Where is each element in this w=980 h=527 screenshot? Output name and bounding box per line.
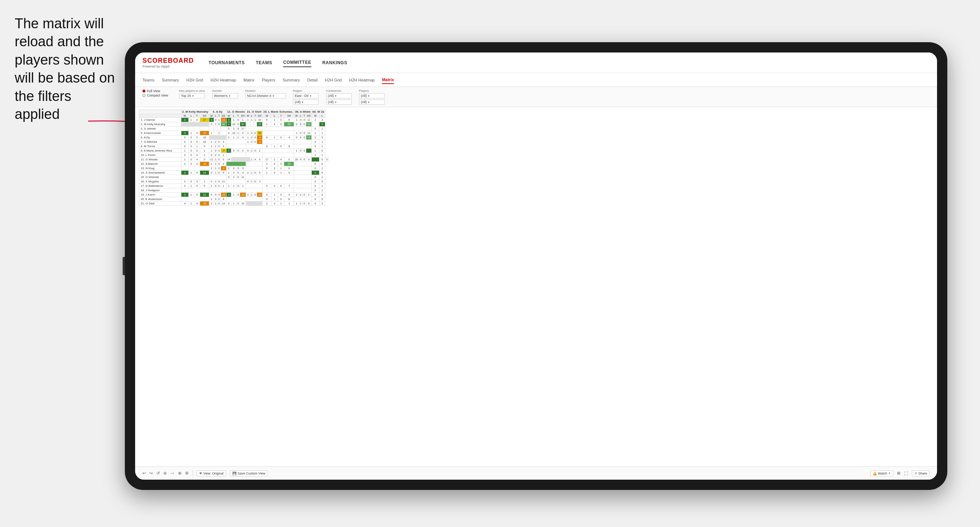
max-players-chevron: ▼ [192, 95, 194, 97]
gender-select[interactable]: Women's ▼ [212, 93, 238, 98]
table-row: 17. D Ballesteros 3105 2001 1101 0207 01 [139, 184, 329, 188]
cell: 2 [214, 153, 217, 157]
max-players-select[interactable]: Top 25 ▼ [179, 93, 205, 98]
division-chevron: ▼ [272, 95, 275, 97]
nav-rankings[interactable]: RANKINGS [322, 59, 347, 67]
cell [262, 175, 294, 179]
division-select[interactable]: NCAA Division II ▼ [245, 93, 286, 98]
cell: 50 [240, 122, 246, 127]
max-players-value: Top 25 [181, 94, 191, 98]
subnav-summary2[interactable]: Summary [283, 76, 300, 84]
cell: 0 [262, 144, 271, 149]
share-button[interactable]: ↗ Share [912, 470, 930, 476]
cell: 0 [188, 153, 194, 157]
subnav-h2h-grid2[interactable]: H2H Grid [325, 76, 342, 84]
player-name: 20. E Andersson [139, 197, 181, 202]
zoom-in-icon[interactable]: ⊕ [178, 471, 181, 476]
cell: 0 [311, 197, 319, 202]
cell: 2 [209, 184, 214, 188]
header-empty [139, 110, 181, 114]
subnav-h2h-grid[interactable]: H2H Grid [186, 76, 203, 84]
subnav-h2h-heatmap[interactable]: H2H Heatmap [210, 76, 236, 84]
save-custom-button[interactable]: 💾 Save Custom View [230, 470, 268, 476]
cell: 2 [181, 162, 189, 166]
cell: 1 [209, 149, 214, 153]
cell: 1 [231, 193, 237, 197]
cell: 1 [214, 171, 217, 175]
cell: 4 [299, 157, 302, 162]
matrix-area[interactable]: 2. M Kelly Mulcahy 6. A Dy 11. G Woods 2… [135, 107, 937, 467]
view-original-button[interactable]: 👁 View: Original [196, 470, 226, 476]
subnav-players[interactable]: Players [262, 76, 275, 84]
cell: 45 [284, 122, 294, 127]
full-view-option[interactable]: Full View [142, 89, 168, 93]
cell [246, 175, 262, 179]
region-sub-select[interactable]: (All) ▼ [293, 100, 319, 105]
subnav-summary[interactable]: Summary [162, 76, 179, 84]
settings-icon[interactable]: ⚙ [185, 471, 189, 476]
cell: 4 [209, 193, 214, 197]
cell: 1 [226, 184, 231, 188]
region-select[interactable]: East - DII ▼ [293, 93, 319, 98]
player-name: 6. A Dy [139, 135, 181, 140]
nav-teams[interactable]: TEAMS [256, 59, 272, 67]
sub-navigation: Teams Summary H2H Grid H2H Heatmap Matri… [135, 73, 937, 87]
cell: 1 [194, 144, 200, 149]
players-select[interactable]: (All) ▼ [359, 93, 385, 98]
player-name: 13. N Klug [139, 166, 181, 171]
cell: 2 [221, 140, 226, 144]
nav-committee[interactable]: COMMITTEE [283, 58, 311, 67]
cell: 0 [278, 118, 284, 122]
cell [262, 188, 294, 193]
fullscreen-icon[interactable]: ⛶ [904, 471, 908, 476]
cell: 20 [294, 157, 299, 162]
cell: 1 [319, 188, 325, 193]
header-player-3: 11. G Woods [226, 110, 246, 114]
subnav-matrix2[interactable]: Matrix [382, 76, 394, 84]
cell: 3 [194, 179, 200, 184]
cell: 1 [319, 184, 325, 188]
undo-icon[interactable]: ↩ [142, 471, 146, 476]
sh-t4: T [253, 114, 257, 118]
compact-view-option[interactable]: Compact View [142, 94, 168, 97]
cell: 0 [214, 149, 217, 153]
sh-w1: W [181, 114, 189, 118]
cell [226, 162, 246, 166]
compact-view-radio[interactable] [142, 94, 145, 97]
cell: 0 [209, 122, 214, 127]
cell [246, 144, 262, 149]
cell: 0 [311, 202, 319, 206]
table-row: 8. M Torres 0010 2102 0108 01 [139, 144, 329, 149]
cell: 0 [311, 144, 319, 149]
zoom-out-icon[interactable]: ⊖ [163, 471, 167, 476]
conference-select[interactable]: (All) ▼ [326, 93, 352, 98]
cell: 19 [200, 193, 209, 197]
cell: 0 [319, 157, 325, 162]
cell: 0 [319, 171, 325, 175]
nav-tournaments[interactable]: TOURNAMENTS [208, 59, 245, 67]
refresh-icon[interactable]: ↺ [156, 471, 160, 476]
redo-icon[interactable]: ↪ [150, 471, 153, 476]
subnav-h2h-heatmap2[interactable]: H2H Heatmap [349, 76, 375, 84]
subnav-detail[interactable]: Detail [307, 76, 318, 84]
cell: -20 [221, 193, 226, 197]
cell: 3 [181, 118, 189, 122]
cell: 0 [253, 193, 257, 197]
cell: 5 [221, 171, 226, 175]
subnav-teams[interactable]: Teams [142, 76, 154, 84]
conference-sub-select[interactable]: (All) ▼ [326, 100, 352, 105]
subnav-matrix[interactable]: Matrix [243, 76, 255, 84]
table-row: 21. O Stoll 410-33 21014 31014 2211 1109… [139, 202, 329, 206]
sh-t2: T [217, 114, 221, 118]
cell: 1 [319, 153, 325, 157]
cell: 0 [294, 122, 299, 127]
cell: 0 [311, 193, 319, 197]
cell: 10 [231, 122, 237, 127]
layout-icon[interactable]: ⊞ [897, 471, 900, 476]
watch-button[interactable]: 🔔 Watch ▼ [870, 470, 893, 476]
cell: 1 [294, 149, 299, 153]
players-sub-select[interactable]: (All) ▼ [359, 100, 385, 105]
sh-t1: T [194, 114, 200, 118]
full-view-radio[interactable] [142, 90, 145, 92]
region-sub-chevron: ▼ [301, 101, 304, 103]
